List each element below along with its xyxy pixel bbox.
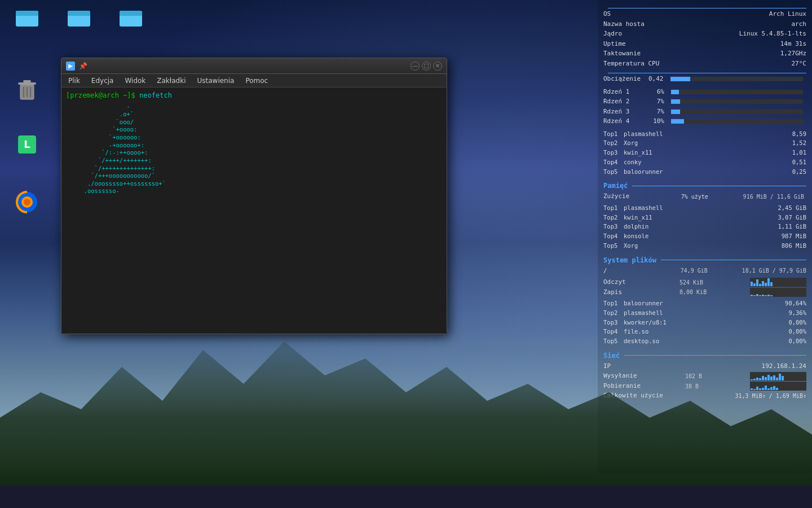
- terminal-menu-edit[interactable]: Edycja: [87, 76, 118, 86]
- svg-rect-10: [18, 82, 36, 85]
- firefox-icon: [14, 189, 41, 216]
- cpp-folder-icon: [117, 3, 144, 30]
- terminal-close-btn[interactable]: ✕: [433, 62, 442, 71]
- conky-uptime-row: Uptime 14m 31s: [603, 40, 806, 49]
- conky-core4-row: Rdzeń 4 10%: [603, 117, 806, 126]
- html-folder-icon: [65, 3, 92, 30]
- conky-kernel-row: Jądro Linux 5.4.85-1-lts: [603, 29, 806, 39]
- terminal-body[interactable]: [przemek@arch ~]$ neofetch - .o+` `ooo/ …: [61, 87, 447, 334]
- desktop-icon-kosz[interactable]: [5, 73, 50, 107]
- conky-mem-top5: Top5 Xorg 806 MiB: [603, 242, 806, 251]
- conky-total-row: Całkowite użycie 31,3 MiB↑ / 1,69 MiB↑: [603, 391, 806, 401]
- svg-rect-8: [120, 14, 142, 16]
- conky-mem-top3: Top3 dolphin 1,11 GiB: [603, 222, 806, 231]
- terminal-menu-tabs[interactable]: Zakładki: [152, 76, 190, 86]
- conky-mem-top1: Top1 plasmashell 2,45 GiB: [603, 204, 806, 213]
- terminal-titlebar: ▶ 📌 — □ ✕: [61, 58, 447, 74]
- conky-io-top2: Top2 plasmashell 9,36%: [603, 309, 806, 318]
- svg-point-19: [24, 199, 30, 205]
- svg-text:L: L: [24, 138, 30, 150]
- desktop-icon-firefox[interactable]: [5, 186, 50, 220]
- terminal-window-controls: — □ ✕: [411, 62, 442, 71]
- desktop-icon-libreoffice[interactable]: L: [5, 129, 50, 163]
- conky-io-top5: Top5 desktop.so 0,00%: [603, 337, 806, 346]
- terminal-maximize-btn[interactable]: □: [422, 62, 431, 71]
- terminal-pin-btn[interactable]: 📌: [78, 62, 87, 71]
- conky-mem-usage-row: Zużycie 7% użyte 916 MiB / 11,6 GiB: [603, 192, 806, 202]
- conky-mem-top2: Top2 kwin_x11 3,07 GiB: [603, 213, 806, 222]
- conky-core3-row: Rdzeń 3 7%: [603, 107, 806, 117]
- terminal-minimize-btn[interactable]: —: [411, 62, 420, 71]
- dolphin-icon: [14, 3, 41, 30]
- terminal-menu-help[interactable]: Pomoc: [241, 76, 272, 86]
- libreoffice-icon: L: [14, 131, 41, 158]
- conky-ip-row: IP 192.168.1.24: [603, 362, 806, 371]
- conky-os-row: OS Arch Linux: [603, 10, 806, 19]
- conky-fs-write-row: Zapis 8,00 KiB: [603, 288, 806, 297]
- conky-hostname-row: Nazwa hosta arch: [603, 20, 806, 29]
- terminal-menu-file[interactable]: Plik: [64, 76, 85, 86]
- svg-rect-11: [23, 80, 31, 82]
- conky-temp-row: Temperatura CPU 27°C: [603, 59, 806, 69]
- conky-cpu-title: [603, 73, 806, 73]
- conky-download-row: Pobieranie 38 B: [603, 382, 806, 391]
- conky-io-top1: Top1 baloorunner 90,64%: [603, 299, 806, 308]
- conky-fs-root-row: / 74,9 GiB 18,1 GiB / 97,9 GiB: [603, 266, 806, 276]
- conky-system-title: [603, 8, 806, 8]
- conky-freq-row: Taktowanie 1,27GHz: [603, 49, 806, 59]
- conky-mem-title: Pamięć: [603, 181, 806, 191]
- conky-widget: OS Arch Linux Nazwa hosta arch Jądro Lin…: [598, 0, 812, 474]
- svg-rect-5: [68, 14, 90, 16]
- terminal-window: ▶ 📌 — □ ✕ Plik Edycja Widok Zakładki Ust…: [61, 58, 447, 334]
- conky-net-title: Sieć: [603, 351, 806, 361]
- conky-cpu-top5: Top5 baloorunner 0,25: [603, 168, 806, 177]
- conky-upload-row: Wysyłanie 102 B: [603, 371, 806, 381]
- conky-fs-read-row: Odczyt 524 KiB: [603, 278, 806, 287]
- conky-cpu-top4: Top4 conky 0,51: [603, 158, 806, 167]
- trash-icon: [14, 76, 41, 103]
- conky-io-top3: Top3 kworker/u8:1 0,00%: [603, 318, 806, 327]
- conky-cpu-load-row: Obciążenie 0,42: [603, 75, 806, 84]
- conky-mem-top4: Top4 konsole 987 MiB: [603, 232, 806, 241]
- desktop: L OS Arch Linux Nazwa hosta arch: [0, 0, 812, 485]
- terminal-app-icon: ▶: [66, 62, 75, 71]
- terminal-menubar: Plik Edycja Widok Zakładki Ustawienia Po…: [61, 74, 447, 87]
- terminal-menu-settings[interactable]: Ustawienia: [192, 76, 239, 86]
- desktop-icon-dolphin[interactable]: [5, 1, 50, 34]
- conky-io-top4: Top4 file.so 0,00%: [603, 327, 806, 336]
- conky-cpu-top2: Top2 Xorg 1,52: [603, 139, 806, 148]
- svg-rect-2: [16, 14, 38, 16]
- conky-core2-row: Rdzeń 2 7%: [603, 97, 806, 107]
- terminal-menu-view[interactable]: Widok: [120, 76, 150, 86]
- conky-fs-title: System plików: [603, 255, 806, 265]
- desktop-icon-html[interactable]: [56, 1, 102, 34]
- conky-cpu-top1: Top1 plasmashell 8,59: [603, 130, 806, 139]
- conky-core1-row: Rdzeń 1 6%: [603, 87, 806, 97]
- conky-cpu-top3: Top3 kwin_x11 1,01: [603, 148, 806, 157]
- desktop-icon-cpp[interactable]: [108, 1, 153, 34]
